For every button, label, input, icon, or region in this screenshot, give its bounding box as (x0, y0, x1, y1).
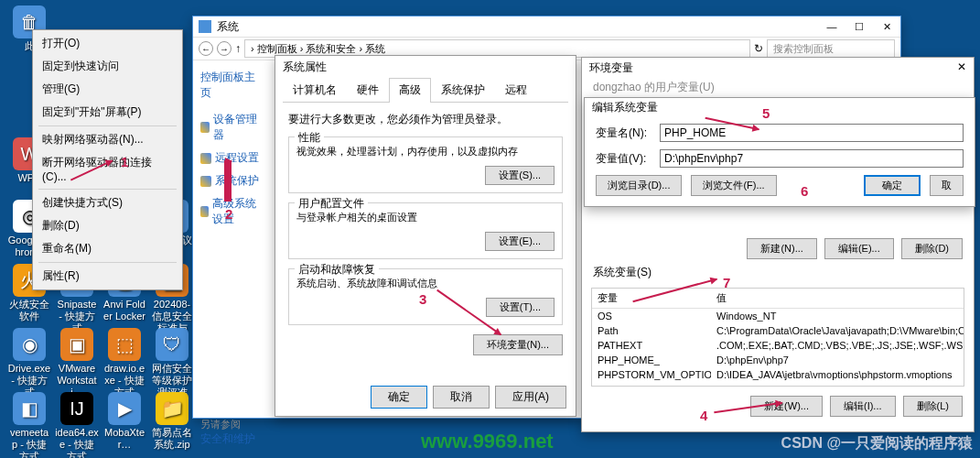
browse-file-button[interactable]: 浏览文件(F)... (691, 175, 776, 196)
new-user-var-button[interactable]: 新建(N)... (747, 238, 816, 259)
table-row[interactable]: PHP_HOME_D:\phpEnv\php7 (592, 353, 964, 367)
user-vars-label: dongzhao 的用户变量(U) (582, 78, 974, 97)
tabs: 计算机名 硬件 高级 系统保护 远程 (283, 78, 568, 103)
desktop-icon-doc2[interactable]: 🛡网信安全等级保护测评准 (150, 328, 194, 399)
desktop-icon-vemeet[interactable]: ◧vemeetap - 快捷方式 (7, 392, 51, 458)
system-vars-list[interactable]: 变量 值 OSWindows_NTPathC:\ProgramData\Orac… (591, 288, 964, 387)
sidebar: 控制面板主页 设备管理器 远程设置 系统保护 高级系统设置 另请参阅 安全和维护 (193, 60, 266, 418)
ctx-open[interactable]: 打开(O) (35, 32, 180, 55)
see-also-label: 另请参阅 (200, 418, 259, 431)
ok-button[interactable]: 确定 (371, 386, 427, 409)
cancel-button[interactable]: 取消 (433, 386, 490, 409)
performance-label: 性能 (295, 130, 324, 146)
ctx-create-shortcut[interactable]: 创建快捷方式(S) (35, 191, 180, 214)
desktop-icon-drive[interactable]: ◉Drive.exe - 快捷方式 (7, 328, 51, 399)
close-button[interactable]: ✕ (957, 60, 966, 75)
col-value[interactable]: 值 (711, 289, 964, 308)
performance-settings-button[interactable]: 设置(S)... (485, 166, 555, 185)
sidebar-security[interactable]: 安全和维护 (200, 431, 259, 447)
shield-icon (200, 176, 211, 187)
apply-button[interactable]: 应用(A) (495, 386, 566, 409)
profiles-label: 用户配置文件 (295, 196, 368, 212)
table-row[interactable]: OSWindows_NT (592, 309, 964, 323)
var-name-label: 变量名(N): (596, 125, 660, 141)
performance-desc: 视觉效果，处理器计划，内存使用，以及虚拟内存 (296, 145, 555, 158)
browse-dir-button[interactable]: 浏览目录(D)... (596, 175, 682, 196)
ctx-pin-quickaccess[interactable]: 固定到快速访问 (35, 55, 180, 78)
ctx-properties[interactable]: 属性(R) (35, 265, 180, 288)
edit-var-dialog: 编辑系统变量 变量名(N): 变量值(V): 浏览目录(D)... 浏览文件(F… (584, 97, 975, 207)
tab-system-protection[interactable]: 系统保护 (431, 78, 495, 102)
maximize-button[interactable]: ☐ (845, 16, 873, 37)
var-name-input[interactable] (660, 124, 964, 142)
system-vars-label: 系统变量(S) (582, 263, 974, 282)
ctx-map-drive[interactable]: 映射网络驱动器(N)... (35, 128, 180, 151)
shield-icon (200, 206, 209, 217)
list-header: 变量 值 (592, 289, 964, 309)
cancel-button[interactable]: 取 (930, 175, 964, 196)
shield-icon (200, 122, 210, 133)
sidebar-advanced-settings[interactable]: 高级系统设置 (200, 196, 259, 227)
sidebar-device-manager[interactable]: 设备管理器 (200, 112, 259, 143)
ctx-delete[interactable]: 删除(D) (35, 214, 180, 237)
sidebar-home[interactable]: 控制面板主页 (200, 70, 259, 101)
profiles-desc: 与登录帐户相关的桌面设置 (296, 211, 555, 224)
var-value-input[interactable] (660, 149, 964, 168)
table-row[interactable]: PATHEXT.COM;.EXE;.BAT;.CMD;.VBS;.VBE;.JS… (592, 338, 964, 353)
desktop-icon-idea[interactable]: IJidea64.exe - 快捷方式 (55, 392, 99, 458)
forward-button[interactable]: → (217, 41, 232, 56)
separator (38, 125, 177, 126)
tab-computer-name[interactable]: 计算机名 (283, 78, 347, 102)
window-title: 系统 (217, 19, 239, 35)
desktop-icon-mobaxterm[interactable]: ▶MobaXter… (102, 392, 146, 451)
sidebar-system-protection[interactable]: 系统保护 (200, 173, 259, 189)
ctx-disconnect-drive[interactable]: 断开网络驱动器的连接(C)... (35, 151, 180, 187)
performance-group: 性能 视觉效果，处理器计划，内存使用，以及虚拟内存 设置(S)... (288, 136, 563, 193)
desktop-icon-vmware[interactable]: ▣VMware Workstati… (55, 328, 99, 399)
ok-button[interactable]: 确定 (864, 175, 921, 196)
var-value-label: 变量值(V): (596, 151, 660, 167)
dialog-title: 环境变量 (589, 60, 633, 75)
tab-remote[interactable]: 远程 (495, 78, 537, 102)
profiles-group: 用户配置文件 与登录帐户相关的桌面设置 设置(E)... (288, 202, 563, 259)
delete-sys-var-button[interactable]: 删除(L) (903, 396, 963, 417)
minimize-button[interactable]: — (818, 16, 845, 37)
startup-label: 启动和故障恢复 (295, 262, 379, 278)
table-row[interactable]: PathC:\ProgramData\Oracle\Java\javapath;… (592, 323, 964, 338)
context-menu: 打开(O) 固定到快速访问 管理(G) 固定到"开始"屏幕(P) 映射网络驱动器… (32, 29, 183, 290)
profiles-settings-button[interactable]: 设置(E)... (485, 232, 555, 251)
admin-warning: 要进行大多数更改，您必须作为管理员登录。 (288, 112, 563, 127)
tab-hardware[interactable]: 硬件 (347, 78, 389, 102)
system-properties-dialog: 系统属性 计算机名 硬件 高级 系统保护 远程 要进行大多数更改，您必须作为管理… (275, 55, 576, 417)
search-input[interactable]: 搜索控制面板 (767, 39, 895, 58)
app-icon (199, 20, 211, 33)
desktop-icon-drawio[interactable]: ⬚draw.io.exe - 快捷方式 (102, 328, 146, 399)
table-row[interactable]: PHPSTORM_VM_OPTIONSD:\IDEA_JAVA\jetbra\v… (592, 367, 964, 382)
table-row[interactable]: PROCESSOR_ARCHITECTUREAMD64 (592, 382, 964, 387)
titlebar[interactable]: 系统 — ☐ ✕ (193, 16, 900, 37)
separator (38, 262, 177, 263)
up-button[interactable]: ↑ (235, 42, 241, 55)
ctx-rename[interactable]: 重命名(M) (35, 237, 180, 260)
col-variable[interactable]: 变量 (592, 289, 711, 308)
back-button[interactable]: ← (199, 41, 213, 56)
new-sys-var-button[interactable]: 新建(W)... (750, 396, 823, 417)
env-vars-button[interactable]: 环境变量(N)... (473, 334, 563, 355)
separator (38, 189, 177, 190)
startup-group: 启动和故障恢复 系统启动、系统故障和调试信息 设置(T)... (288, 268, 563, 325)
ctx-manage[interactable]: 管理(G) (35, 78, 180, 101)
shield-icon (200, 153, 211, 164)
dialog-title: 系统属性 (275, 56, 576, 78)
startup-desc: 系统启动、系统故障和调试信息 (296, 277, 555, 290)
tab-advanced[interactable]: 高级 (389, 78, 431, 103)
edit-sys-var-button[interactable]: 编辑(I)... (830, 396, 896, 417)
dialog-title: 编辑系统变量 (585, 98, 975, 116)
delete-user-var-button[interactable]: 删除(D) (901, 238, 963, 259)
edit-user-var-button[interactable]: 编辑(E)... (824, 238, 894, 259)
startup-settings-button[interactable]: 设置(T)... (486, 298, 555, 317)
desktop-icon-zip[interactable]: 📁简易点名系统.zip (150, 392, 194, 451)
sidebar-remote-settings[interactable]: 远程设置 (200, 150, 259, 166)
close-button[interactable]: ✕ (873, 16, 900, 37)
ctx-pin-start[interactable]: 固定到"开始"屏幕(P) (35, 101, 180, 124)
refresh-button[interactable]: ↻ (754, 42, 763, 55)
